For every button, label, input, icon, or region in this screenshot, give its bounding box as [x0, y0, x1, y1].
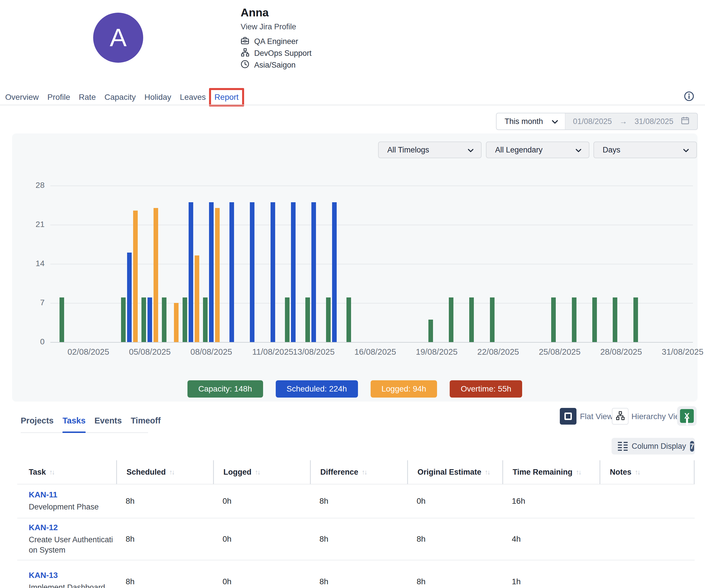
date-end: 31/08/2025: [634, 117, 673, 126]
cell-kan-13-original-estimate: 8h: [407, 560, 502, 588]
gridline-0: [50, 342, 693, 343]
sort-icon[interactable]: ↑↓: [635, 468, 640, 476]
cell-kan-13-difference: 8h: [310, 560, 407, 588]
profile-timezone: Asia/Saigon: [254, 61, 295, 70]
capacity-bar-day-28: [613, 298, 617, 342]
date-preset-value: This month: [505, 117, 543, 126]
sort-icon[interactable]: ↑↓: [49, 468, 54, 476]
nav-item-capacity[interactable]: Capacity: [104, 93, 136, 102]
scheduled-bar-day-9: [229, 202, 234, 342]
capacity-bar-day-8: [203, 298, 207, 342]
column-header-label: Scheduled: [127, 468, 166, 477]
tab-tasks[interactable]: Tasks: [62, 416, 85, 433]
capacity-bar-day-15: [346, 298, 351, 342]
cell-kan-13-scheduled: 8h: [116, 560, 213, 588]
nav-item-overview[interactable]: Overview: [5, 93, 39, 102]
y-axis-tick-0: 0: [24, 337, 45, 346]
scheduled-bar-day-14: [332, 202, 337, 342]
flat-view-label: Flat View: [580, 412, 613, 421]
info-icon[interactable]: [684, 91, 694, 103]
sort-icon[interactable]: ↑↓: [362, 468, 367, 476]
legendary-filter-select[interactable]: All Legendary: [486, 141, 590, 158]
y-axis-tick-7: 7: [24, 298, 45, 307]
nav-item-profile[interactable]: Profile: [47, 93, 70, 102]
legend-button-capacity[interactable]: Capacity: 148h: [187, 380, 263, 398]
column-header-logged[interactable]: Logged↑↓: [213, 460, 310, 485]
view-jira-profile-link[interactable]: View Jira Profile: [241, 22, 296, 31]
sort-icon[interactable]: ↑↓: [485, 468, 490, 476]
cell-kan-11-time-remaining: 16h: [502, 485, 600, 518]
clock-icon: [241, 60, 249, 71]
sort-icon[interactable]: ↑↓: [576, 468, 581, 476]
column-header-task[interactable]: Task↑↓: [17, 460, 116, 485]
legend-button-overtime[interactable]: Overtime: 55h: [450, 380, 522, 398]
table-row-task-kan-11: KAN-11Development Phase: [17, 485, 116, 518]
nav-item-holiday[interactable]: Holiday: [144, 93, 171, 102]
y-axis-tick-14: 14: [24, 259, 45, 268]
flat-view-button[interactable]: [560, 408, 576, 424]
legend-button-scheduled[interactable]: Scheduled: 224h: [276, 380, 358, 398]
capacity-bar-day-19: [428, 320, 433, 342]
date-preset-select[interactable]: This month: [496, 113, 566, 130]
date-range-field[interactable]: 01/08/2025 → 31/08/2025: [565, 113, 698, 130]
x-axis-tick-22/08/2025: 22/08/2025: [472, 347, 524, 357]
column-display-button[interactable]: Column Display 7: [612, 438, 695, 455]
report-tabs: ProjectsTasksEventsTimeoff: [21, 416, 148, 433]
cell-kan-12-original-estimate: 8h: [407, 518, 502, 560]
profile-timezone-row: Asia/Saigon: [241, 59, 312, 71]
task-link-kan-12[interactable]: KAN-12: [29, 523, 58, 532]
column-header-time-remaining[interactable]: Time Remaining↑↓: [502, 460, 600, 485]
logged-bar-day-4: [133, 211, 138, 342]
logged-bar-day-5: [153, 208, 158, 342]
cell-kan-11-difference: 8h: [310, 485, 407, 518]
column-header-original-estimate[interactable]: Original Estimate↑↓: [407, 460, 502, 485]
hierarchy-view-button[interactable]: [612, 408, 628, 424]
column-header-difference[interactable]: Difference↑↓: [310, 460, 407, 485]
capacity-bar-day-12: [285, 298, 289, 342]
capacity-bar-day-4: [121, 298, 126, 342]
tab-projects[interactable]: Projects: [21, 416, 53, 433]
annotation-highlight-box: [209, 88, 244, 106]
gridline-21: [50, 225, 693, 225]
capacity-bar-day-25: [551, 298, 556, 342]
granularity-filter-select[interactable]: Days: [594, 141, 697, 158]
timelogs-filter-value: All Timelogs: [387, 145, 429, 154]
sort-icon[interactable]: ↑↓: [255, 468, 260, 476]
cell-kan-12-notes: [600, 518, 695, 560]
logged-bar-day-7: [195, 256, 199, 342]
logged-bar-day-8: [215, 208, 220, 342]
nav-item-report[interactable]: Report: [215, 93, 239, 102]
x-axis-tick-16/08/2025: 16/08/2025: [349, 347, 401, 357]
scheduled-bar-day-10: [250, 202, 254, 342]
column-header-scheduled[interactable]: Scheduled↑↓: [116, 460, 213, 485]
task-link-kan-13[interactable]: KAN-13: [29, 571, 58, 580]
scheduled-bar-day-8: [209, 202, 214, 342]
sort-icon[interactable]: ↑↓: [169, 468, 174, 476]
excel-export-button[interactable]: X: [677, 406, 697, 426]
cell-kan-11-logged: 0h: [213, 485, 310, 518]
capacity-bar-day-6: [162, 298, 167, 342]
capacity-bar-chart: 2821147002/08/202505/08/202508/08/202511…: [50, 186, 693, 343]
nav-item-rate[interactable]: Rate: [79, 93, 96, 102]
calendar-icon[interactable]: [681, 116, 690, 127]
chevron-down-icon: [576, 145, 581, 154]
tab-events[interactable]: Events: [95, 416, 122, 433]
cell-kan-12-time-remaining: 4h: [502, 518, 600, 560]
profile-team: DevOps Support: [254, 49, 312, 58]
task-link-kan-11[interactable]: KAN-11: [29, 490, 57, 499]
nav-item-leaves[interactable]: Leaves: [180, 93, 206, 102]
capacity-bar-day-26: [572, 298, 576, 342]
excel-icon: X: [680, 409, 694, 423]
tasks-table: Task↑↓Scheduled↑↓Logged↑↓Difference↑↓Ori…: [17, 460, 695, 588]
legend-button-logged[interactable]: Logged: 94h: [371, 380, 437, 398]
capacity-bar-day-5: [141, 298, 146, 342]
cell-kan-11-scheduled: 8h: [116, 485, 213, 518]
task-name: Development Phase: [29, 502, 99, 512]
timelogs-filter-select[interactable]: All Timelogs: [378, 141, 482, 158]
cell-kan-12-scheduled: 8h: [116, 518, 213, 560]
page: { "colors": { "avatar": "#5849AE", "capa…: [0, 0, 705, 588]
table-row-task-kan-13: KAN-13Implement Dashboard: [17, 560, 116, 588]
tab-timeoff[interactable]: Timeoff: [131, 416, 161, 433]
column-header-notes[interactable]: Notes↑↓: [600, 460, 695, 485]
briefcase-icon: [241, 36, 249, 47]
